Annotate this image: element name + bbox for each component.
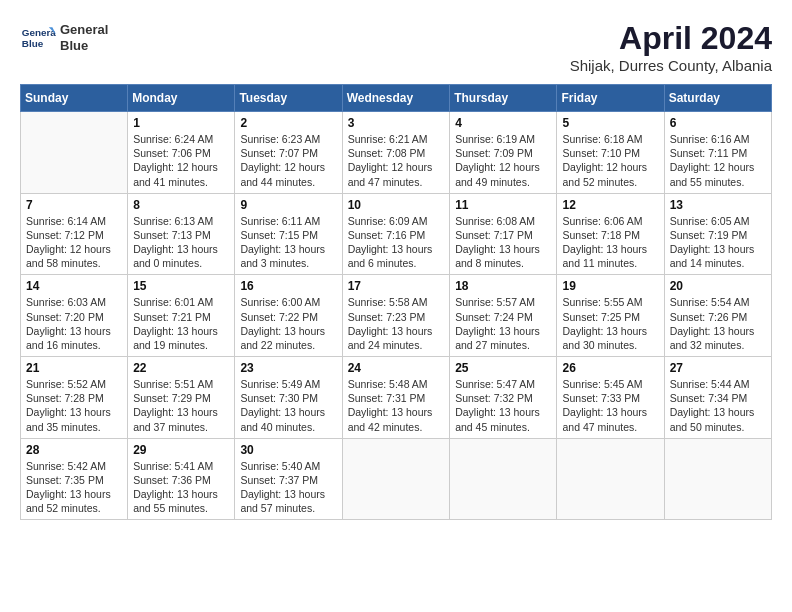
day-number: 17 [348, 279, 445, 293]
day-info: Sunrise: 6:01 AMSunset: 7:21 PMDaylight:… [133, 295, 229, 352]
day-number: 22 [133, 361, 229, 375]
location-subtitle: Shijak, Durres County, Albania [570, 57, 772, 74]
calendar-cell: 13Sunrise: 6:05 AMSunset: 7:19 PMDayligh… [664, 193, 771, 275]
day-number: 21 [26, 361, 122, 375]
calendar-cell: 11Sunrise: 6:08 AMSunset: 7:17 PMDayligh… [450, 193, 557, 275]
day-number: 16 [240, 279, 336, 293]
day-number: 6 [670, 116, 766, 130]
calendar-week-row: 1Sunrise: 6:24 AMSunset: 7:06 PMDaylight… [21, 112, 772, 194]
calendar-cell: 7Sunrise: 6:14 AMSunset: 7:12 PMDaylight… [21, 193, 128, 275]
logo-icon: General Blue [20, 20, 56, 56]
day-info: Sunrise: 5:49 AMSunset: 7:30 PMDaylight:… [240, 377, 336, 434]
day-info: Sunrise: 6:08 AMSunset: 7:17 PMDaylight:… [455, 214, 551, 271]
day-info: Sunrise: 6:23 AMSunset: 7:07 PMDaylight:… [240, 132, 336, 189]
day-info: Sunrise: 6:11 AMSunset: 7:15 PMDaylight:… [240, 214, 336, 271]
calendar-cell: 16Sunrise: 6:00 AMSunset: 7:22 PMDayligh… [235, 275, 342, 357]
day-info: Sunrise: 5:42 AMSunset: 7:35 PMDaylight:… [26, 459, 122, 516]
day-number: 1 [133, 116, 229, 130]
calendar-cell: 23Sunrise: 5:49 AMSunset: 7:30 PMDayligh… [235, 357, 342, 439]
day-number: 13 [670, 198, 766, 212]
day-info: Sunrise: 6:19 AMSunset: 7:09 PMDaylight:… [455, 132, 551, 189]
calendar-cell: 4Sunrise: 6:19 AMSunset: 7:09 PMDaylight… [450, 112, 557, 194]
day-number: 26 [562, 361, 658, 375]
day-info: Sunrise: 6:16 AMSunset: 7:11 PMDaylight:… [670, 132, 766, 189]
calendar-cell [342, 438, 450, 520]
day-info: Sunrise: 5:47 AMSunset: 7:32 PMDaylight:… [455, 377, 551, 434]
month-year-title: April 2024 [570, 20, 772, 57]
day-number: 11 [455, 198, 551, 212]
calendar-header-row: SundayMondayTuesdayWednesdayThursdayFrid… [21, 85, 772, 112]
day-info: Sunrise: 6:18 AMSunset: 7:10 PMDaylight:… [562, 132, 658, 189]
calendar-table: SundayMondayTuesdayWednesdayThursdayFrid… [20, 84, 772, 520]
svg-text:Blue: Blue [22, 38, 44, 49]
weekday-header-monday: Monday [128, 85, 235, 112]
calendar-cell: 22Sunrise: 5:51 AMSunset: 7:29 PMDayligh… [128, 357, 235, 439]
day-info: Sunrise: 5:40 AMSunset: 7:37 PMDaylight:… [240, 459, 336, 516]
day-number: 5 [562, 116, 658, 130]
day-info: Sunrise: 6:00 AMSunset: 7:22 PMDaylight:… [240, 295, 336, 352]
calendar-cell: 1Sunrise: 6:24 AMSunset: 7:06 PMDaylight… [128, 112, 235, 194]
weekday-header-friday: Friday [557, 85, 664, 112]
calendar-cell: 28Sunrise: 5:42 AMSunset: 7:35 PMDayligh… [21, 438, 128, 520]
weekday-header-thursday: Thursday [450, 85, 557, 112]
day-number: 10 [348, 198, 445, 212]
day-info: Sunrise: 5:55 AMSunset: 7:25 PMDaylight:… [562, 295, 658, 352]
calendar-cell: 9Sunrise: 6:11 AMSunset: 7:15 PMDaylight… [235, 193, 342, 275]
day-number: 2 [240, 116, 336, 130]
weekday-header-sunday: Sunday [21, 85, 128, 112]
day-number: 4 [455, 116, 551, 130]
calendar-cell [450, 438, 557, 520]
day-info: Sunrise: 5:58 AMSunset: 7:23 PMDaylight:… [348, 295, 445, 352]
day-info: Sunrise: 6:24 AMSunset: 7:06 PMDaylight:… [133, 132, 229, 189]
day-number: 25 [455, 361, 551, 375]
day-info: Sunrise: 5:51 AMSunset: 7:29 PMDaylight:… [133, 377, 229, 434]
calendar-cell [557, 438, 664, 520]
day-number: 23 [240, 361, 336, 375]
day-number: 7 [26, 198, 122, 212]
day-info: Sunrise: 5:54 AMSunset: 7:26 PMDaylight:… [670, 295, 766, 352]
calendar-cell: 2Sunrise: 6:23 AMSunset: 7:07 PMDaylight… [235, 112, 342, 194]
day-info: Sunrise: 6:06 AMSunset: 7:18 PMDaylight:… [562, 214, 658, 271]
day-number: 15 [133, 279, 229, 293]
day-number: 28 [26, 443, 122, 457]
calendar-cell: 30Sunrise: 5:40 AMSunset: 7:37 PMDayligh… [235, 438, 342, 520]
day-info: Sunrise: 5:45 AMSunset: 7:33 PMDaylight:… [562, 377, 658, 434]
calendar-cell: 15Sunrise: 6:01 AMSunset: 7:21 PMDayligh… [128, 275, 235, 357]
calendar-cell: 21Sunrise: 5:52 AMSunset: 7:28 PMDayligh… [21, 357, 128, 439]
calendar-cell [21, 112, 128, 194]
day-number: 12 [562, 198, 658, 212]
calendar-cell: 14Sunrise: 6:03 AMSunset: 7:20 PMDayligh… [21, 275, 128, 357]
day-info: Sunrise: 5:41 AMSunset: 7:36 PMDaylight:… [133, 459, 229, 516]
day-number: 19 [562, 279, 658, 293]
day-info: Sunrise: 6:14 AMSunset: 7:12 PMDaylight:… [26, 214, 122, 271]
weekday-header-saturday: Saturday [664, 85, 771, 112]
weekday-header-wednesday: Wednesday [342, 85, 450, 112]
calendar-cell [664, 438, 771, 520]
calendar-cell: 20Sunrise: 5:54 AMSunset: 7:26 PMDayligh… [664, 275, 771, 357]
calendar-cell: 17Sunrise: 5:58 AMSunset: 7:23 PMDayligh… [342, 275, 450, 357]
logo-text-general: General [60, 22, 108, 38]
logo: General Blue General Blue [20, 20, 108, 56]
logo-text-blue: Blue [60, 38, 108, 54]
day-info: Sunrise: 6:09 AMSunset: 7:16 PMDaylight:… [348, 214, 445, 271]
day-info: Sunrise: 6:21 AMSunset: 7:08 PMDaylight:… [348, 132, 445, 189]
day-info: Sunrise: 5:48 AMSunset: 7:31 PMDaylight:… [348, 377, 445, 434]
day-info: Sunrise: 6:13 AMSunset: 7:13 PMDaylight:… [133, 214, 229, 271]
weekday-header-tuesday: Tuesday [235, 85, 342, 112]
calendar-cell: 8Sunrise: 6:13 AMSunset: 7:13 PMDaylight… [128, 193, 235, 275]
calendar-week-row: 21Sunrise: 5:52 AMSunset: 7:28 PMDayligh… [21, 357, 772, 439]
day-number: 27 [670, 361, 766, 375]
calendar-cell: 10Sunrise: 6:09 AMSunset: 7:16 PMDayligh… [342, 193, 450, 275]
calendar-week-row: 14Sunrise: 6:03 AMSunset: 7:20 PMDayligh… [21, 275, 772, 357]
calendar-cell: 27Sunrise: 5:44 AMSunset: 7:34 PMDayligh… [664, 357, 771, 439]
title-block: April 2024 Shijak, Durres County, Albani… [570, 20, 772, 74]
calendar-cell: 24Sunrise: 5:48 AMSunset: 7:31 PMDayligh… [342, 357, 450, 439]
calendar-week-row: 28Sunrise: 5:42 AMSunset: 7:35 PMDayligh… [21, 438, 772, 520]
day-number: 18 [455, 279, 551, 293]
calendar-cell: 19Sunrise: 5:55 AMSunset: 7:25 PMDayligh… [557, 275, 664, 357]
day-info: Sunrise: 6:05 AMSunset: 7:19 PMDaylight:… [670, 214, 766, 271]
day-number: 8 [133, 198, 229, 212]
day-number: 3 [348, 116, 445, 130]
calendar-cell: 12Sunrise: 6:06 AMSunset: 7:18 PMDayligh… [557, 193, 664, 275]
day-info: Sunrise: 5:52 AMSunset: 7:28 PMDaylight:… [26, 377, 122, 434]
